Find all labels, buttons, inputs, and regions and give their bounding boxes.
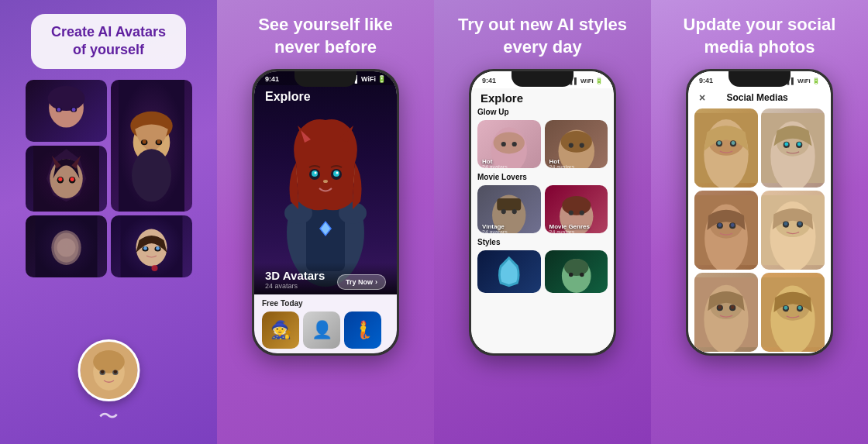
avatar-cell-5 — [111, 215, 192, 277]
panel-4-title: Update your social media photos — [674, 14, 845, 58]
glow-card-2[interactable]: Hot 24 avatars — [545, 120, 608, 168]
svg-point-109 — [718, 305, 722, 309]
svg-point-37 — [113, 370, 117, 374]
svg-point-4 — [57, 108, 60, 112]
phone-3-glow-up: Glow Up Hot 24 avatars — [471, 108, 614, 173]
svg-point-96 — [731, 223, 735, 227]
svg-point-53 — [315, 172, 317, 174]
svg-point-95 — [718, 223, 722, 227]
svg-point-71 — [579, 211, 584, 215]
svg-point-61 — [560, 131, 591, 153]
free-today-images: 🧙 👤 🧜 — [262, 311, 389, 349]
social-photo-3[interactable] — [694, 191, 758, 270]
svg-point-1 — [47, 86, 84, 111]
glow-card-1[interactable]: Hot 24 avatars — [477, 120, 541, 168]
real-face-avatar — [78, 339, 140, 401]
svg-point-81 — [718, 141, 722, 145]
phone-notch-4 — [728, 71, 790, 87]
svg-point-73 — [564, 259, 588, 276]
avatar-cell-4 — [26, 215, 107, 277]
svg-point-19 — [70, 177, 74, 181]
phone-4: 9:41 ▌▌▌ WiFi 🔋 × Social Medias — [686, 69, 833, 356]
svg-point-102 — [784, 222, 788, 226]
social-photo-1[interactable] — [694, 108, 758, 188]
phone-notch-3 — [512, 71, 574, 87]
phone-3-content: 9:41 ▌▌▌ WiFi 🔋 Explore Glow Up — [471, 71, 614, 353]
wavy-icon: 〜 — [98, 404, 119, 428]
phone-4-content: 9:41 ▌▌▌ WiFi 🔋 × Social Medias — [688, 71, 831, 353]
free-item-3[interactable]: 🧜 — [344, 311, 381, 349]
free-item-1[interactable]: 🧙 — [262, 311, 299, 349]
style-card-1[interactable] — [477, 250, 541, 293]
phone-3-explore-label: Explore — [471, 88, 614, 108]
free-today-label: Free Today — [262, 299, 389, 308]
phone-2: 9:41 ▌▌▌ WiFi 🔋 Explore — [252, 69, 399, 356]
phone-3-styles: Styles — [471, 238, 614, 298]
phone-2-free-today: Free Today 🧙 👤 🧜 — [254, 294, 397, 353]
svg-point-88 — [784, 143, 788, 146]
svg-point-57 — [494, 133, 525, 154]
phone-4-screen: 9:41 ▌▌▌ WiFi 🔋 × Social Medias — [688, 71, 831, 353]
movie-lovers-label: Movie Lovers — [477, 173, 608, 181]
free-item-2[interactable]: 👤 — [303, 311, 340, 349]
bottom-icon-area: 〜 — [98, 403, 119, 430]
styles-label: Styles — [477, 238, 608, 246]
panel-create-avatars: Create AI Avatars of yourself — [0, 0, 217, 444]
svg-point-55 — [323, 180, 328, 183]
svg-rect-39 — [306, 209, 345, 271]
movie-card-1[interactable]: Vintage 24 avatars — [477, 185, 541, 233]
social-photo-6[interactable] — [761, 273, 825, 352]
social-photo-4[interactable] — [761, 191, 825, 270]
glow-up-label: Glow Up — [477, 108, 608, 116]
svg-point-116 — [784, 306, 788, 310]
svg-point-18 — [58, 177, 62, 181]
svg-point-74 — [568, 273, 573, 277]
avatar-cell-3 — [26, 146, 107, 212]
svg-point-89 — [797, 143, 801, 146]
svg-point-29 — [156, 246, 160, 250]
hero-label: 3D Avatars — [265, 269, 325, 282]
svg-point-30 — [151, 265, 157, 271]
svg-point-63 — [579, 143, 584, 148]
movie-card-2[interactable]: Movie Genres 24 avatars — [545, 185, 608, 233]
glow-card-1-sub: 24 avatars — [482, 164, 508, 168]
phone-3-time: 9:41 — [482, 77, 496, 84]
svg-point-12 — [157, 139, 160, 143]
phone-3-screen: 9:41 ▌▌▌ WiFi 🔋 Explore Glow Up — [471, 71, 614, 353]
svg-point-69 — [562, 196, 591, 215]
phone-2-explore-label: Explore — [254, 85, 397, 108]
svg-point-5 — [71, 108, 75, 112]
phone-notch-2 — [294, 71, 356, 87]
svg-point-11 — [142, 139, 146, 143]
panel-see-yourself: See yourself like never before 9:41 ▌▌▌ … — [217, 0, 434, 444]
svg-point-67 — [512, 209, 517, 214]
phone-2-content: 9:41 ▌▌▌ WiFi 🔋 Explore — [254, 71, 397, 353]
avatar-cell-2 — [111, 80, 192, 212]
svg-point-36 — [100, 370, 104, 374]
social-photo-2[interactable] — [761, 108, 825, 188]
close-button[interactable]: × — [699, 91, 705, 104]
svg-point-59 — [512, 142, 517, 146]
svg-point-54 — [336, 172, 339, 174]
panel-3-title: Try out new AI styles every day — [457, 14, 628, 58]
svg-point-28 — [143, 246, 147, 250]
svg-point-13 — [132, 149, 171, 201]
svg-point-33 — [93, 350, 125, 373]
phone-4-time: 9:41 — [699, 77, 713, 84]
phone-2-time: 9:41 — [265, 75, 279, 83]
svg-point-58 — [501, 142, 506, 146]
style-card-2[interactable] — [545, 250, 608, 293]
phone-2-screen: 9:41 ▌▌▌ WiFi 🔋 Explore — [254, 71, 397, 353]
try-now-button[interactable]: Try Now › — [337, 274, 386, 290]
svg-point-110 — [731, 305, 735, 309]
hero-sub: 24 avatars — [265, 282, 325, 290]
glow-card-2-sub: 24 avatars — [549, 164, 575, 168]
social-photo-5[interactable] — [694, 273, 758, 352]
svg-point-23 — [57, 238, 75, 256]
svg-point-103 — [798, 222, 802, 226]
movie-lovers-grid: Vintage 24 avatars Movie Genres 24 — [477, 185, 608, 233]
phone-3: 9:41 ▌▌▌ WiFi 🔋 Explore Glow Up — [469, 69, 616, 356]
panel-social-media: Update your social media photos 9:41 ▌▌▌… — [651, 0, 868, 444]
avatar-cell-1 — [26, 80, 107, 142]
svg-point-117 — [798, 306, 802, 310]
